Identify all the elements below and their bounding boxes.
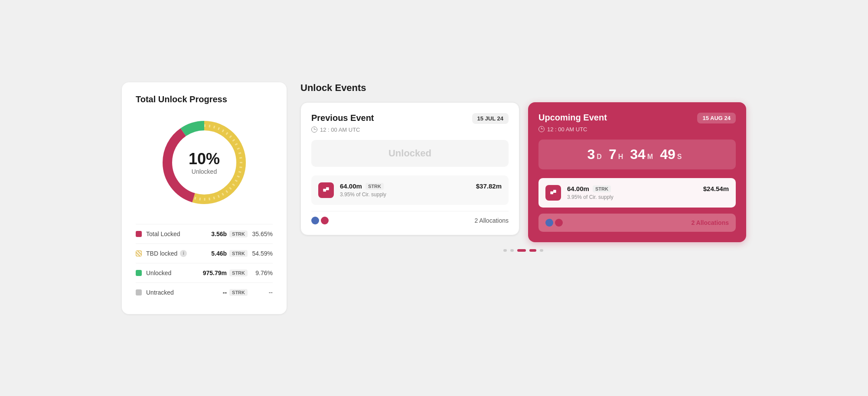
previous-event-time-text: 12 : 00 AM UTC	[320, 127, 360, 133]
upcoming-token-icon	[545, 185, 561, 201]
countdown-minutes-unit: M	[647, 153, 653, 161]
previous-alloc-badge: STRK	[365, 183, 384, 190]
page-dot-3[interactable]	[517, 249, 526, 252]
unlocked-icon	[136, 270, 142, 276]
upcoming-alloc-badge: STRK	[593, 185, 611, 192]
previous-token-icon	[318, 182, 334, 198]
countdown-seconds: 49	[660, 146, 675, 162]
unlock-events-section: Unlock Events Previous Event 15 JUL 24 1…	[287, 82, 746, 314]
upcoming-event-date: 15 AUG 24	[697, 113, 736, 123]
donut-label: Unlocked	[189, 168, 220, 175]
page-dot-5[interactable]	[540, 249, 543, 252]
svg-rect-1	[323, 188, 326, 192]
events-row: Previous Event 15 JUL 24 12 : 00 AM UTC …	[300, 102, 746, 242]
previous-alloc-row: 64.00m STRK $37.82m 3.95% of Cir. supply	[311, 175, 509, 205]
dot-pink-upcoming	[555, 219, 563, 227]
legend-row-locked: Total Locked 3.56b STRK 35.65%	[136, 224, 273, 243]
legend-pct-locked: 35.65%	[252, 230, 273, 237]
svg-rect-4	[553, 190, 556, 193]
upcoming-alloc-usd: $24.54m	[703, 185, 729, 192]
strk-badge-tbd: STRK	[229, 250, 248, 257]
upcoming-event-title: Upcoming Event	[538, 113, 607, 123]
upcoming-alloc-amount: 64.00m	[567, 185, 589, 192]
unlocked-status-box: Unlocked	[311, 140, 509, 167]
dot-blue-prev	[311, 217, 319, 224]
strk-logo-upcoming	[549, 188, 558, 197]
page-dot-2[interactable]	[510, 249, 514, 252]
previous-event-title: Previous Event	[311, 113, 374, 123]
legend-amount-tbd: 5.46b	[211, 250, 227, 257]
svg-rect-2	[326, 187, 329, 190]
upcoming-alloc-row: 64.00m STRK $24.54m 3.95% of Cir. supply	[538, 178, 736, 208]
previous-event-date: 15 JUL 24	[472, 113, 509, 124]
strk-logo-prev	[322, 186, 330, 195]
countdown-days: 3	[587, 146, 595, 162]
countdown-hours-unit: H	[618, 153, 623, 161]
previous-alloc-top: 64.00m STRK $37.82m	[340, 182, 502, 190]
previous-event-time: 12 : 00 AM UTC	[311, 127, 509, 133]
unlocked-status-label: Unlocked	[388, 148, 431, 159]
untracked-icon	[136, 289, 142, 295]
strk-badge-locked: STRK	[229, 230, 248, 237]
previous-event-header: Previous Event 15 JUL 24	[311, 113, 509, 124]
unlock-events-title: Unlock Events	[300, 82, 746, 94]
info-icon-tbd[interactable]: i	[180, 250, 187, 257]
legend-row-unlocked: Unlocked 975.79m STRK 9.76%	[136, 263, 273, 282]
main-container: Total Unlock Progress 10%	[109, 69, 759, 327]
previous-alloc-amount: 64.00m	[340, 182, 362, 190]
legend-name-untracked: Untracked	[146, 289, 223, 296]
locked-icon	[136, 231, 142, 237]
upcoming-event-time-text: 12 : 00 AM UTC	[547, 126, 587, 133]
pagination	[300, 249, 746, 252]
left-card-title: Total Unlock Progress	[136, 94, 273, 104]
clock-icon-prev	[311, 127, 317, 133]
page-dot-1[interactable]	[503, 249, 507, 252]
donut-center: 10% Unlocked	[189, 150, 220, 175]
previous-alloc-usd: $37.82m	[476, 182, 502, 190]
upcoming-event-time: 12 : 00 AM UTC	[538, 126, 736, 133]
legend-name-tbd: TBD locked i	[146, 250, 211, 257]
upcoming-alloc-info: 64.00m STRK $24.54m 3.95% of Cir. supply	[567, 185, 729, 200]
legend-amount-unlocked: 975.79m	[203, 269, 227, 276]
previous-alloc-info: 64.00m STRK $37.82m 3.95% of Cir. supply	[340, 182, 502, 198]
upcoming-alloc-supply: 3.95% of Cir. supply	[567, 194, 729, 200]
countdown-minutes: 34	[630, 146, 646, 162]
previous-alloc-footer: 2 Allocations	[311, 211, 509, 224]
previous-allocations-label: 2 Allocations	[474, 217, 509, 224]
svg-rect-3	[550, 191, 553, 194]
strk-badge-unlocked: STRK	[229, 269, 248, 276]
tbd-icon	[136, 250, 142, 256]
previous-alloc-supply: 3.95% of Cir. supply	[340, 192, 502, 198]
dot-pink-prev	[321, 217, 329, 224]
donut-chart-container: 10% Unlocked	[136, 115, 273, 210]
upcoming-allocations-label: 2 Allocations	[691, 219, 729, 226]
unlock-progress-card: Total Unlock Progress 10%	[122, 82, 287, 314]
countdown-days-unit: D	[597, 153, 602, 161]
legend-row-tbd: TBD locked i 5.46b STRK 54.59%	[136, 243, 273, 263]
upcoming-alloc-dots	[545, 219, 563, 227]
legend-name-locked: Total Locked	[146, 230, 211, 237]
legend-pct-untracked: --	[252, 289, 273, 296]
countdown-seconds-unit: S	[677, 153, 682, 161]
previous-alloc-dots	[311, 217, 329, 224]
upcoming-event-header: Upcoming Event 15 AUG 24	[538, 113, 736, 123]
strk-badge-untracked: STRK	[229, 289, 248, 296]
legend-amount-locked: 3.56b	[211, 230, 227, 237]
donut-percent: 10%	[189, 150, 220, 168]
clock-icon-upcoming	[538, 126, 545, 132]
legend-pct-unlocked: 9.76%	[252, 269, 273, 276]
upcoming-event-card: Upcoming Event 15 AUG 24 12 : 00 AM UTC …	[528, 102, 746, 242]
previous-event-card: Previous Event 15 JUL 24 12 : 00 AM UTC …	[300, 102, 519, 235]
legend: Total Locked 3.56b STRK 35.65% TBD locke…	[136, 224, 273, 302]
page-dot-4[interactable]	[529, 249, 536, 252]
countdown-hours: 7	[609, 146, 617, 162]
countdown-box: 3 D 7 H 34 M 49 S	[538, 140, 736, 169]
legend-name-unlocked: Unlocked	[146, 269, 203, 276]
legend-row-untracked: Untracked -- STRK --	[136, 282, 273, 302]
upcoming-alloc-top: 64.00m STRK $24.54m	[567, 185, 729, 192]
legend-amount-untracked: --	[223, 289, 227, 296]
upcoming-alloc-footer: 2 Allocations	[538, 214, 736, 232]
legend-pct-tbd: 54.59%	[252, 250, 273, 257]
dot-blue-upcoming	[545, 219, 553, 227]
